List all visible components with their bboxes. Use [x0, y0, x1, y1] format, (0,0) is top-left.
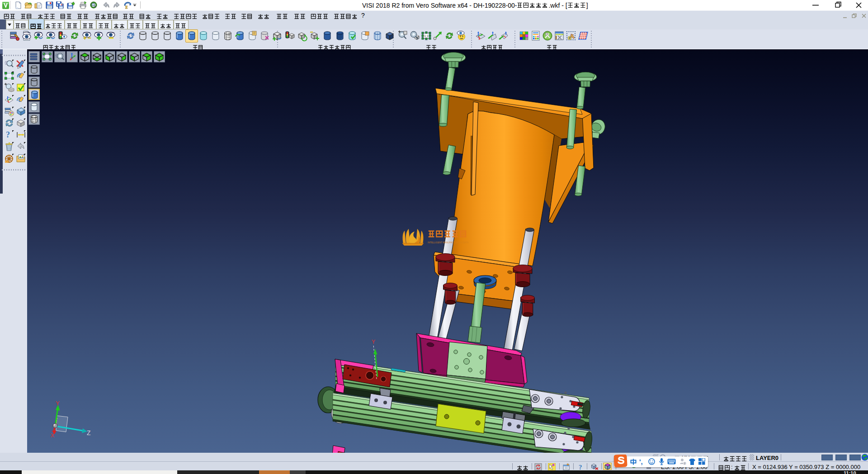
svg-text:Y: Y — [372, 339, 375, 345]
svg-text:1:1: 1:1 — [424, 34, 429, 38]
svg-text:?: ? — [579, 464, 582, 471]
svg-text:X: X — [51, 432, 54, 439]
svg-text:INTELLIGENT MANUFACTURING DATA: INTELLIGENT MANUFACTURING DATA — [428, 242, 469, 244]
svg-text:?: ? — [6, 130, 10, 139]
svg-text:Y: Y — [56, 400, 60, 407]
svg-text:Z: Z — [87, 429, 91, 436]
